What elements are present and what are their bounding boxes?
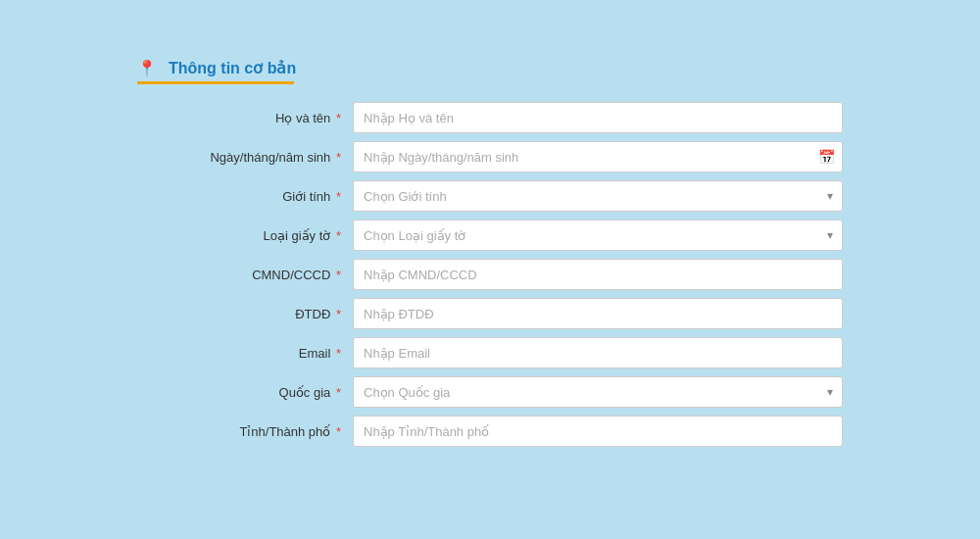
label-ho-va-ten: Họ và tên * <box>137 111 353 125</box>
select-wrapper-quoc-gia: Chọn Quốc giaViệt NamKhác▾ <box>353 376 843 408</box>
form-row-tinh-thanh-pho: Tỉnh/Thành phố * <box>137 416 843 447</box>
required-star: * <box>332 111 341 125</box>
select-wrapper-loai-giay-to: Chọn Loại giấy tờCMNDCCCDHộ chiếu▾ <box>353 220 843 251</box>
required-star: * <box>332 385 341 400</box>
label-loai-giay-to: Loại giấy tờ * <box>137 228 353 243</box>
label-ngay-sinh: Ngày/tháng/năm sinh * <box>137 150 353 165</box>
required-star: * <box>332 228 341 243</box>
required-star: * <box>332 150 341 165</box>
input-cmnd-cccd[interactable] <box>353 259 843 290</box>
form-row-ho-va-ten: Họ và tên * <box>137 102 843 133</box>
label-email: Email * <box>137 346 353 361</box>
select-gioi-tinh[interactable]: Chọn Giới tínhNamNữKhác <box>353 180 843 212</box>
input-email[interactable] <box>353 337 843 368</box>
form-row-dtdd: ĐTDĐ * <box>137 298 843 329</box>
required-star: * <box>332 268 341 282</box>
section-title: Thông tin cơ bản <box>169 59 296 77</box>
form-row-loai-giay-to: Loại giấy tờ *Chọn Loại giấy tờCMNDCCCDH… <box>137 220 843 251</box>
form-row-quoc-gia: Quốc gia *Chọn Quốc giaViệt NamKhác▾ <box>137 376 843 408</box>
select-wrapper-gioi-tinh: Chọn Giới tínhNamNữKhác▾ <box>353 180 843 212</box>
input-ngay-sinh[interactable] <box>353 141 843 172</box>
required-star: * <box>332 189 341 204</box>
fields-container: Họ và tên *Ngày/tháng/năm sinh *📅Giới tí… <box>137 102 843 447</box>
form-row-email: Email * <box>137 337 843 368</box>
required-star: * <box>332 307 341 321</box>
required-star: * <box>332 346 341 361</box>
label-cmnd-cccd: CMND/CCCD * <box>137 268 353 282</box>
form-row-gioi-tinh: Giới tính *Chọn Giới tínhNamNữKhác▾ <box>137 180 843 212</box>
label-gioi-tinh: Giới tính * <box>137 189 353 204</box>
section-underline <box>137 81 294 84</box>
label-tinh-thanh-pho: Tỉnh/Thành phố * <box>137 424 353 439</box>
select-loai-giay-to[interactable]: Chọn Loại giấy tờCMNDCCCDHộ chiếu <box>353 220 843 251</box>
date-wrapper-ngay-sinh: 📅 <box>353 141 843 172</box>
label-dtdd: ĐTDĐ * <box>137 307 353 321</box>
select-quoc-gia[interactable]: Chọn Quốc giaViệt NamKhác <box>353 376 843 408</box>
input-ho-va-ten[interactable] <box>353 102 843 133</box>
form-container: 📍 Thông tin cơ bản Họ và tên *Ngày/tháng… <box>137 59 843 455</box>
required-star: * <box>332 424 341 439</box>
form-row-cmnd-cccd: CMND/CCCD * <box>137 259 843 290</box>
input-tinh-thanh-pho[interactable] <box>353 416 843 447</box>
form-row-ngay-sinh: Ngày/tháng/năm sinh *📅 <box>137 141 843 172</box>
section-header: 📍 Thông tin cơ bản <box>137 59 843 77</box>
label-quoc-gia: Quốc gia * <box>137 385 353 400</box>
input-dtdd[interactable] <box>353 298 843 329</box>
location-icon: 📍 <box>137 59 157 77</box>
